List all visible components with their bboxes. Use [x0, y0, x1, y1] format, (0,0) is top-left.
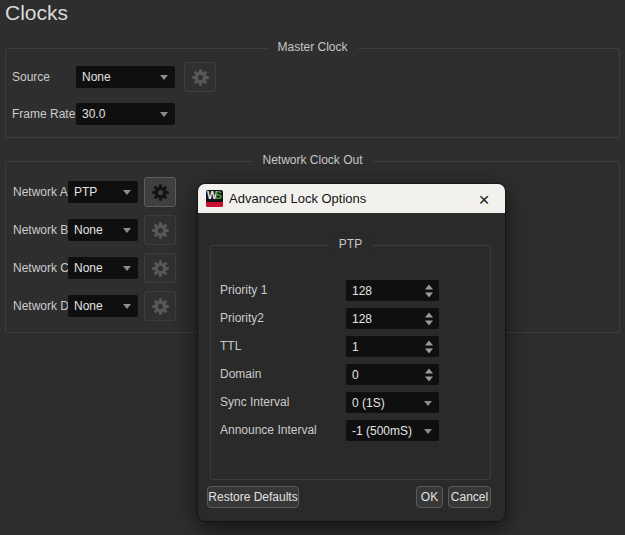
dialog-title: Advanced Lock Options: [229, 191, 366, 206]
cancel-button[interactable]: Cancel: [448, 486, 491, 508]
app-logo-red-bar: [206, 202, 223, 207]
network-c-dropdown[interactable]: None: [68, 257, 138, 279]
source-dropdown[interactable]: None: [76, 66, 175, 88]
app-logo-icon: W S: [206, 190, 223, 207]
announce-interval-label: Announce Interval: [220, 423, 317, 437]
priority1-value: 128: [352, 284, 372, 298]
close-button[interactable]: ×: [472, 187, 496, 211]
ttl-value: 1: [352, 340, 359, 354]
chevron-down-icon: [160, 75, 168, 80]
network-c-label: Network C: [13, 261, 69, 275]
network-d-label: Network D: [13, 299, 69, 313]
network-a-dropdown-value: PTP: [74, 185, 97, 199]
announce-interval-value: -1 (500mS): [352, 424, 412, 438]
source-label: Source: [12, 70, 50, 84]
master-clock-gear-button[interactable]: [184, 62, 216, 92]
network-d-gear-button[interactable]: [144, 291, 176, 321]
network-a-gear-button[interactable]: [144, 177, 176, 207]
frame-rate-label: Frame Rate: [12, 107, 75, 121]
chevron-down-icon: [123, 190, 131, 195]
gear-icon: [152, 260, 169, 277]
chevron-down-icon: [160, 112, 168, 117]
chevron-down-icon: [424, 401, 432, 406]
spinner-arrows-icon[interactable]: [425, 284, 433, 297]
priority1-label: Priority 1: [220, 283, 267, 297]
sync-interval-label: Sync Interval: [220, 395, 289, 409]
gear-icon: [152, 184, 169, 201]
chevron-down-icon: [123, 304, 131, 309]
network-b-label: Network B: [13, 223, 68, 237]
spinner-arrows-icon[interactable]: [425, 340, 433, 353]
domain-label: Domain: [220, 367, 261, 381]
ttl-label: TTL: [220, 339, 241, 353]
ok-button[interactable]: OK: [416, 486, 443, 508]
announce-interval-dropdown[interactable]: -1 (500mS): [346, 420, 439, 441]
advanced-lock-options-dialog: W S Advanced Lock Options × PTP Priority…: [198, 184, 505, 521]
chevron-down-icon: [424, 429, 432, 434]
dialog-titlebar[interactable]: W S Advanced Lock Options ×: [198, 184, 505, 213]
network-a-dropdown[interactable]: PTP: [68, 181, 138, 203]
gear-icon: [152, 222, 169, 239]
sync-interval-dropdown[interactable]: 0 (1S): [346, 392, 439, 413]
network-c-dropdown-value: None: [74, 261, 103, 275]
ttl-spinbox[interactable]: 1: [346, 336, 439, 357]
priority2-value: 128: [352, 312, 372, 326]
network-a-label: Network A: [13, 185, 68, 199]
clocks-page: Clocks Master Clock Source None Frame Ra…: [0, 0, 625, 535]
chevron-down-icon: [123, 266, 131, 271]
app-logo-letter-s: S: [215, 190, 222, 201]
chevron-down-icon: [123, 228, 131, 233]
page-title: Clocks: [5, 1, 68, 25]
close-icon: ×: [478, 190, 489, 209]
source-dropdown-value: None: [82, 70, 111, 84]
spinner-arrows-icon[interactable]: [425, 368, 433, 381]
network-c-gear-button[interactable]: [144, 253, 176, 283]
master-clock-section-title: Master Clock: [267, 40, 357, 54]
frame-rate-dropdown[interactable]: 30.0: [76, 103, 175, 125]
network-d-dropdown-value: None: [74, 299, 103, 313]
gear-icon: [192, 69, 209, 86]
network-d-dropdown[interactable]: None: [68, 295, 138, 317]
gear-icon: [152, 298, 169, 315]
priority2-spinbox[interactable]: 128: [346, 308, 439, 329]
restore-defaults-button[interactable]: Restore Defaults: [207, 486, 299, 508]
network-b-gear-button[interactable]: [144, 215, 176, 245]
domain-value: 0: [352, 368, 359, 382]
domain-spinbox[interactable]: 0: [346, 364, 439, 385]
spinner-arrows-icon[interactable]: [425, 312, 433, 325]
ptp-section-title: PTP: [329, 237, 372, 251]
priority2-label: Priority2: [220, 311, 264, 325]
sync-interval-value: 0 (1S): [352, 396, 385, 410]
network-b-dropdown-value: None: [74, 223, 103, 237]
network-b-dropdown[interactable]: None: [68, 219, 138, 241]
frame-rate-dropdown-value: 30.0: [82, 107, 105, 121]
priority1-spinbox[interactable]: 128: [346, 280, 439, 301]
network-clock-out-section-title: Network Clock Out: [252, 153, 372, 167]
